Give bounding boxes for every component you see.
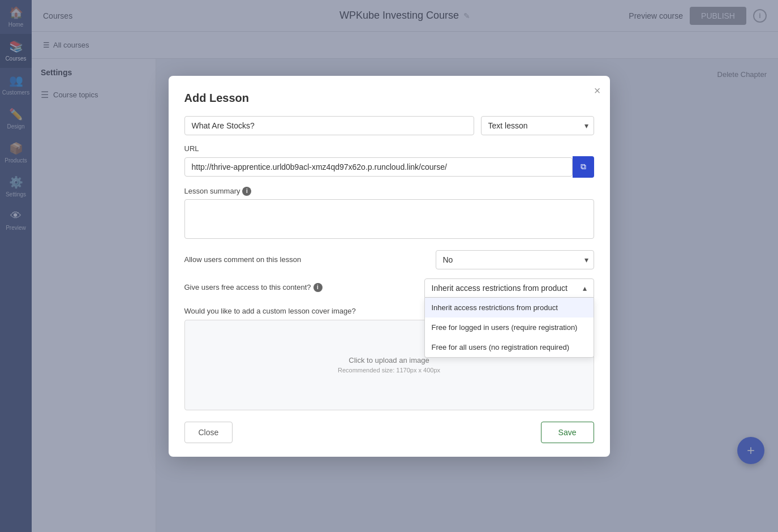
save-button[interactable]: Save bbox=[541, 422, 594, 443]
lesson-summary-info-icon: i bbox=[242, 187, 251, 196]
access-dropdown-arrow-up-icon: ▴ bbox=[583, 284, 587, 293]
access-info-icon: i bbox=[313, 283, 323, 292]
lesson-summary-label: Lesson summary i bbox=[184, 187, 594, 196]
access-label: Give users free access to this content? … bbox=[184, 278, 323, 292]
close-button[interactable]: Close bbox=[184, 422, 233, 443]
add-lesson-modal: Add Lesson × Text lesson Video lesson Qu… bbox=[169, 76, 610, 457]
modal-overlay: Add Lesson × Text lesson Video lesson Qu… bbox=[0, 0, 778, 532]
lesson-summary-textarea[interactable] bbox=[184, 199, 594, 239]
lesson-type-select[interactable]: Text lesson Video lesson Quiz bbox=[481, 116, 594, 135]
modal-title: Add Lesson bbox=[184, 92, 594, 105]
copy-icon: ⧉ bbox=[581, 162, 586, 171]
lesson-summary-section: Lesson summary i bbox=[184, 187, 594, 250]
modal-close-button[interactable]: × bbox=[594, 85, 601, 96]
access-option-inherit[interactable]: Inherit access restrictions from product bbox=[425, 298, 594, 318]
access-option-all-users[interactable]: Free for all users (no registration requ… bbox=[425, 337, 594, 357]
comments-select-wrap: No Yes ▾ bbox=[436, 250, 594, 269]
lesson-type-select-wrap: Text lesson Video lesson Quiz ▾ bbox=[481, 116, 594, 135]
access-option-logged-in[interactable]: Free for logged in users (require regist… bbox=[425, 318, 594, 337]
access-selected-value: Inherit access restrictions from product bbox=[432, 284, 568, 293]
url-field-wrap: URL ⧉ bbox=[184, 144, 594, 178]
url-copy-button[interactable]: ⧉ bbox=[573, 156, 594, 178]
cover-upload-text: Click to upload an image bbox=[349, 356, 429, 364]
comments-row: Allow users comment on this lesson No Ye… bbox=[184, 250, 594, 269]
comments-select[interactable]: No Yes bbox=[436, 250, 594, 269]
modal-footer: Close Save bbox=[184, 422, 594, 443]
url-label: URL bbox=[184, 144, 594, 153]
access-dropdown-header[interactable]: Inherit access restrictions from product… bbox=[424, 278, 594, 298]
lesson-name-input[interactable] bbox=[184, 116, 474, 135]
comments-label: Allow users comment on this lesson bbox=[184, 255, 302, 264]
access-dropdown-list: Inherit access restrictions from product… bbox=[424, 298, 594, 358]
access-dropdown-container: Inherit access restrictions from product… bbox=[424, 278, 594, 298]
url-input-row: ⧉ bbox=[184, 156, 594, 178]
access-row: Give users free access to this content? … bbox=[184, 278, 594, 298]
cover-upload-subtext: Recommended size: 1170px x 400px bbox=[338, 367, 440, 374]
lesson-name-type-row: Text lesson Video lesson Quiz ▾ bbox=[184, 116, 594, 135]
url-input[interactable] bbox=[184, 157, 573, 177]
